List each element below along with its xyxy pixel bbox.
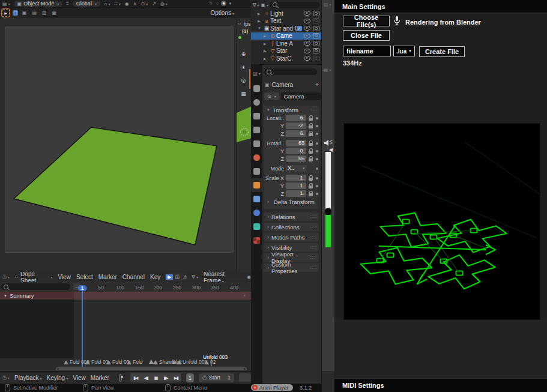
eye-icon[interactable]	[304, 49, 310, 53]
animate-dot-icon[interactable]	[316, 125, 318, 127]
shading-material-icon[interactable]: ◌	[215, 1, 220, 6]
editor-type-icon[interactable]: ◷	[2, 274, 10, 280]
animate-dot-icon[interactable]	[316, 158, 318, 160]
choose-files-button[interactable]: Choose File(s)	[343, 16, 390, 26]
Star[interactable]: ▶ ▽ Star ✓	[251, 47, 321, 55]
transport-button[interactable]: ▮◀	[130, 373, 141, 382]
proportional-icon[interactable]: ◉	[247, 274, 251, 280]
start-frame-field[interactable]: ◷ Start 1	[199, 373, 234, 382]
filename-input[interactable]	[343, 46, 391, 56]
menu-item[interactable]: Select	[76, 274, 93, 280]
select-mode-4-icon[interactable]: ▥	[41, 10, 48, 16]
Text[interactable]: ▶ a Text ✓	[251, 17, 321, 25]
Came[interactable]: ▶ ⊙ Came ✓	[251, 32, 321, 40]
timeline-marker[interactable]: Fold 00	[85, 360, 108, 364]
tab-modifiers[interactable]	[251, 192, 262, 206]
menu-item[interactable]: Key	[150, 274, 160, 280]
value-field[interactable]: 1.	[286, 190, 306, 197]
value-field[interactable]: 6.	[286, 130, 306, 137]
gizmo-icon[interactable]: ↗	[152, 1, 156, 7]
value-field[interactable]: 0.	[286, 148, 306, 154]
shading-wireframe-icon[interactable]: ○	[208, 1, 214, 6]
timeline-marker[interactable]: Fold	[127, 360, 143, 364]
close-icon[interactable]: ×	[252, 385, 258, 390]
editor-type-icon[interactable]: ◷	[2, 375, 10, 381]
tab-collection[interactable]	[251, 164, 262, 178]
StarC.[interactable]: ▶ ▽ StarC. ✓	[251, 55, 321, 62]
disclosure-triangle-icon[interactable]: ▶	[264, 41, 269, 46]
end-frame-field[interactable]	[239, 373, 251, 382]
only-selected-toggle[interactable]: ▶	[166, 274, 173, 280]
value-field[interactable]: 63	[286, 140, 306, 146]
value-field[interactable]: 65	[286, 155, 306, 162]
filter-icon[interactable]: ∇	[192, 274, 198, 280]
horizontal-scrollbar[interactable]	[56, 367, 247, 370]
active-tool-icon[interactable]: ▶	[2, 9, 10, 17]
errors-toggle[interactable]: ⚠	[181, 274, 187, 280]
animate-dot-icon[interactable]	[316, 167, 318, 170]
tab-world[interactable]	[251, 151, 262, 164]
value-field[interactable]: 6.	[286, 115, 306, 121]
tab-texture[interactable]	[251, 234, 262, 247]
proportional-edit-icon[interactable]: ◉	[125, 1, 129, 7]
tab-scene[interactable]	[251, 137, 262, 151]
eye-icon[interactable]	[304, 26, 310, 31]
grip-icon[interactable]: ∷∷	[310, 235, 319, 240]
shading-rendered-icon[interactable]: ◐	[228, 1, 233, 6]
display-mode-icon[interactable]: ▣	[261, 2, 268, 8]
select-mode-3-icon[interactable]: ▤	[31, 10, 38, 16]
record-button[interactable]	[119, 374, 122, 382]
secondary-viewport[interactable]: ‹› fps (1) ⊕ ∗ ◎ ▦	[236, 18, 251, 272]
options-dropdown[interactable]: Options	[211, 10, 234, 16]
properties-panel-header[interactable]: › Motion Paths ∷∷	[264, 233, 319, 241]
transport-button[interactable]: ▮▮	[151, 373, 161, 382]
disclosure-triangle-icon[interactable]: ▶	[258, 11, 263, 16]
transport-button[interactable]: ▶▮	[171, 373, 181, 382]
menu-item[interactable]: View	[58, 274, 71, 280]
grip-icon[interactable]: ∷∷	[310, 265, 319, 271]
animate-dot-icon[interactable]	[316, 150, 318, 152]
animate-dot-icon[interactable]	[316, 117, 318, 119]
grip-icon[interactable]: ∷∷	[310, 225, 319, 230]
eye-icon[interactable]	[304, 34, 310, 38]
pivot-icon[interactable]: ⊙	[141, 1, 148, 7]
overflow-arrow-icon[interactable]: ‹	[244, 292, 246, 298]
expand-icon[interactable]: ▼	[4, 294, 7, 298]
strip-menu-icon[interactable]: ▤	[324, 2, 331, 7]
properties-search-input[interactable]	[264, 68, 317, 75]
timeline-marker[interactable]: 02	[204, 360, 216, 364]
channel-search-input[interactable]	[1, 283, 70, 290]
select-mode-2-icon[interactable]: ▣	[21, 10, 28, 16]
close-file-button[interactable]: Close File	[343, 30, 390, 41]
channel-region[interactable]	[0, 300, 74, 358]
Light[interactable]: ▶ ☼ Light ✓	[251, 10, 321, 17]
extension-dropdown[interactable]: .lua▼	[393, 46, 415, 56]
grip-icon[interactable]: ∷∷	[310, 214, 319, 220]
playback-menu[interactable]: Playback	[14, 375, 42, 381]
tab-render[interactable]	[251, 95, 262, 109]
tab-constraints[interactable]	[251, 220, 262, 234]
lock-icon[interactable]	[309, 133, 313, 136]
value-field[interactable]: X..	[286, 165, 306, 172]
animate-dot-icon[interactable]	[316, 142, 318, 145]
object-mode-dropdown[interactable]: ▣Object Mode	[14, 1, 62, 7]
tab-tool[interactable]	[251, 82, 262, 95]
eye-icon[interactable]	[304, 11, 310, 16]
anim-player-badge[interactable]: ×Anim Player	[251, 384, 293, 391]
transport-button[interactable]: ◀▮	[141, 373, 151, 382]
midi-settings-header[interactable]: MIDI Settings	[334, 378, 547, 392]
animate-dot-icon[interactable]	[316, 133, 318, 135]
view-menu[interactable]: View	[73, 375, 86, 381]
id-type-icon[interactable]: ⊙	[264, 92, 279, 100]
eye-icon[interactable]	[304, 41, 310, 46]
Line A[interactable]: ▶ ʃ Line A ✓	[251, 40, 321, 47]
lock-icon[interactable]	[309, 118, 313, 121]
camera-toggle-icon[interactable]	[313, 33, 319, 38]
plane-object[interactable]	[0, 18, 236, 272]
Star and C[interactable]: ▼ ▣ Star and C ✓	[251, 25, 321, 32]
strip-menu-icon[interactable]: ▤	[324, 67, 331, 73]
eye-icon[interactable]	[304, 19, 310, 23]
grip-icon[interactable]: ∷∷	[311, 107, 319, 113]
properties-panel-header[interactable]: › Custom Properties ∷∷	[264, 264, 319, 272]
lock-icon[interactable]	[309, 178, 313, 181]
